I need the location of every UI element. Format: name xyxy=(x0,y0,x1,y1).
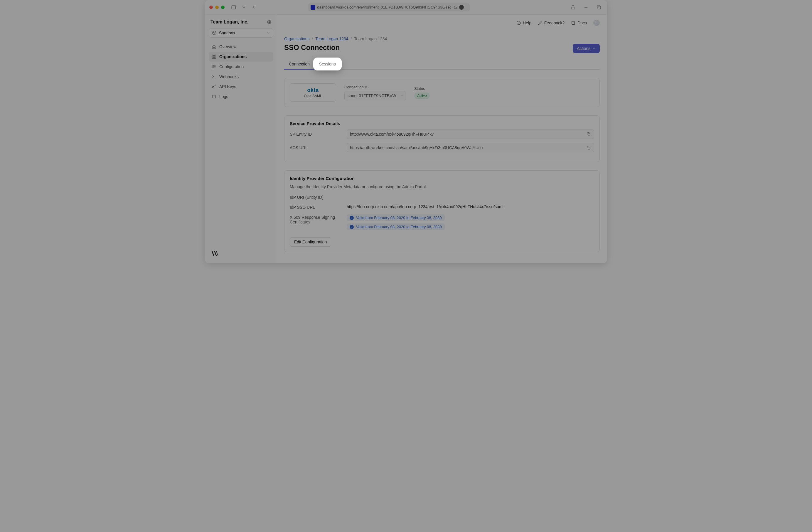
help-label: Help xyxy=(523,20,531,25)
sp-entity-value[interactable] xyxy=(350,132,584,136)
actions-button[interactable]: Actions xyxy=(573,44,600,53)
cert-chip[interactable]: ✓ Valid from February 08, 2020 to Februa… xyxy=(347,224,445,230)
cert-text: Valid from February 08, 2020 to February… xyxy=(356,225,442,229)
main-content: Organizations / Team Logan 1234 / Team L… xyxy=(277,31,607,263)
pencil-icon xyxy=(538,20,542,25)
svg-rect-22 xyxy=(212,95,216,96)
zoom-window-icon[interactable] xyxy=(221,5,224,9)
key-icon xyxy=(212,84,216,89)
avatar[interactable]: L xyxy=(593,20,600,26)
home-icon xyxy=(212,44,216,49)
svg-rect-23 xyxy=(402,96,403,96)
provider-tile: okta Okta SAML xyxy=(290,83,336,102)
sidebar-item-label: Webhooks xyxy=(219,74,239,79)
connection-id-field[interactable] xyxy=(344,91,406,100)
sidebar-toggle-icon[interactable] xyxy=(230,4,237,11)
sidebar-item-organizations[interactable]: Organizations xyxy=(209,52,273,62)
share-icon[interactable] xyxy=(569,4,577,11)
team-name: Team Logan, Inc. xyxy=(211,19,249,25)
tab-label: Connection xyxy=(289,62,310,66)
copy-icon[interactable] xyxy=(401,94,403,98)
tab-label: Sessions xyxy=(319,62,336,66)
workos-logo-icon xyxy=(210,248,220,258)
breadcrumb-leaf: Team Logan 1234 xyxy=(354,37,387,41)
svg-rect-24 xyxy=(588,133,590,135)
svg-point-19 xyxy=(213,68,214,68)
breadcrumb-org[interactable]: Team Logan 1234 xyxy=(315,37,348,41)
idp-uri-label: IdP URI (Entity ID) xyxy=(290,195,347,200)
svg-point-9 xyxy=(269,21,270,23)
avatar-initial: L xyxy=(596,21,597,25)
lock-icon xyxy=(453,5,458,10)
new-tab-icon[interactable] xyxy=(582,4,590,11)
tabs: Connection Sessions xyxy=(284,59,600,70)
sidebar-item-configuration[interactable]: Configuration xyxy=(209,62,273,72)
sidebar-item-logs[interactable]: Logs xyxy=(209,91,273,102)
check-icon: ✓ xyxy=(350,225,354,229)
acs-url-value[interactable] xyxy=(350,145,584,150)
sidebar-item-overview[interactable]: Overview xyxy=(209,42,273,52)
close-window-icon[interactable] xyxy=(209,5,213,9)
cube-icon xyxy=(212,30,217,35)
environment-label: Sandbox xyxy=(219,30,235,35)
site-favicon-icon xyxy=(310,5,315,10)
environment-selector[interactable]: Sandbox xyxy=(209,28,273,38)
titlebar-right xyxy=(569,4,603,11)
svg-rect-13 xyxy=(214,57,216,58)
svg-rect-12 xyxy=(212,57,214,58)
check-icon: ✓ xyxy=(350,216,354,220)
edit-configuration-label: Edit Configuration xyxy=(294,240,327,244)
sp-entity-label: SP Entity ID xyxy=(290,132,347,136)
idp-config-card: Identity Provider Configuration Manage t… xyxy=(284,170,600,252)
sp-entity-field[interactable] xyxy=(347,129,594,139)
back-icon[interactable] xyxy=(250,4,258,11)
sliders-icon xyxy=(212,64,216,69)
feedback-link[interactable]: Feedback? xyxy=(538,20,565,25)
acs-url-label: ACS URL xyxy=(290,145,347,150)
svg-rect-25 xyxy=(588,147,590,149)
chevron-down-icon xyxy=(592,47,596,50)
breadcrumb-sep: / xyxy=(312,37,313,41)
breadcrumb-root[interactable]: Organizations xyxy=(284,37,309,41)
address-bar[interactable]: dashboard.workos.com/environment_01ERG1B… xyxy=(308,3,470,12)
idp-sso-value: https://foo-corp.okta.com/app/foo-corp_1… xyxy=(347,204,594,209)
connection-summary-card: okta Okta SAML Connection ID Status Acti… xyxy=(284,78,600,107)
terminal-icon xyxy=(212,74,216,79)
gear-icon[interactable] xyxy=(267,20,272,24)
docs-label: Docs xyxy=(578,20,587,25)
tab-sessions[interactable]: Sessions xyxy=(315,59,340,69)
tab-connection[interactable]: Connection xyxy=(284,59,315,69)
extension-icon[interactable] xyxy=(459,5,464,10)
okta-logo-text: okta xyxy=(307,87,319,94)
sidebar-item-api-keys[interactable]: API Keys xyxy=(209,82,273,91)
breadcrumb: Organizations / Team Logan 1234 / Team L… xyxy=(284,37,600,41)
connection-id-value[interactable] xyxy=(348,94,399,98)
svg-rect-11 xyxy=(214,55,216,56)
browser-titlebar: dashboard.workos.com/environment_01ERG1B… xyxy=(205,0,607,15)
status-label: Status xyxy=(414,86,430,91)
svg-rect-2 xyxy=(454,7,456,9)
minimize-window-icon[interactable] xyxy=(215,5,219,9)
svg-rect-10 xyxy=(212,55,214,56)
sidebar: Team Logan, Inc. Sandbox Overview Organi… xyxy=(205,15,277,263)
cert-chip[interactable]: ✓ Valid from February 08, 2020 to Februa… xyxy=(347,214,445,221)
help-link[interactable]: Help xyxy=(517,20,531,25)
copy-icon[interactable] xyxy=(586,132,591,136)
docs-link[interactable]: Docs xyxy=(571,20,587,25)
help-icon xyxy=(517,20,521,25)
idp-cert-label: X.509 Response Signing Certificates xyxy=(290,214,347,224)
browser-window: dashboard.workos.com/environment_01ERG1B… xyxy=(205,0,607,263)
page-title: SSO Connection xyxy=(284,43,340,52)
sidebar-item-webhooks[interactable]: Webhooks xyxy=(209,72,273,82)
chevron-down-icon[interactable] xyxy=(240,4,247,11)
svg-point-21 xyxy=(213,86,214,88)
svg-point-17 xyxy=(213,65,214,66)
sidebar-item-label: API Keys xyxy=(219,84,236,89)
connection-id-label: Connection ID xyxy=(344,85,406,89)
sidebar-item-label: Organizations xyxy=(219,54,247,59)
edit-configuration-button[interactable]: Edit Configuration xyxy=(290,237,331,247)
tabs-icon[interactable] xyxy=(595,4,603,11)
copy-icon[interactable] xyxy=(586,145,591,150)
acs-url-field[interactable] xyxy=(347,143,594,153)
sidebar-item-label: Overview xyxy=(219,44,236,49)
